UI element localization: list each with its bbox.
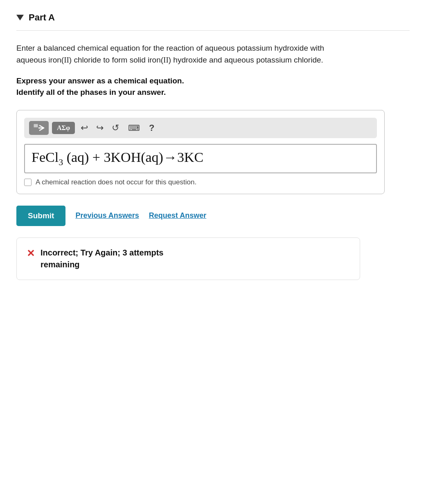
matrix-icon-button[interactable] [29,121,49,135]
keyboard-button[interactable]: ⌨ [125,121,143,134]
incorrect-icon: ✕ [27,248,35,259]
question-instruction: Express your answer as a chemical equati… [16,75,410,99]
request-answer-button[interactable]: Request Answer [149,211,206,220]
feedback-text: Incorrect; Try Again; 3 attempts remaini… [41,247,163,271]
action-row: Submit Previous Answers Request Answer [16,206,410,226]
equation-input[interactable]: FeCl3 (aq) + 3KOH(aq)→3KC [24,144,377,173]
part-title: Part A [29,12,55,23]
redo-button[interactable]: ↪ [94,121,106,135]
collapse-icon[interactable] [16,15,24,20]
toolbar: ΑΣφ ↩ ↪ ↺ ⌨ ? [24,118,377,138]
previous-answers-button[interactable]: Previous Answers [75,211,139,220]
svg-rect-1 [34,128,38,132]
question-body: Enter a balanced chemical equation for t… [16,42,336,66]
part-header: Part A [16,12,410,31]
submit-button[interactable]: Submit [16,206,65,226]
answer-box: ΑΣφ ↩ ↪ ↺ ⌨ ? FeCl3 (aq) + 3KOH(aq)→3KC … [16,110,385,194]
no-reaction-checkbox[interactable] [24,179,32,186]
feedback-box: ✕ Incorrect; Try Again; 3 attempts remai… [16,237,360,280]
greek-symbol-button[interactable]: ΑΣφ [52,122,75,134]
no-reaction-label: A chemical reaction does not occur for t… [36,178,196,186]
refresh-button[interactable]: ↺ [109,121,122,135]
page-container: Part A Enter a balanced chemical equatio… [0,0,426,305]
no-reaction-row: A chemical reaction does not occur for t… [24,178,377,186]
undo-button[interactable]: ↩ [78,121,90,135]
svg-rect-0 [34,124,38,128]
help-button[interactable]: ? [147,121,157,135]
